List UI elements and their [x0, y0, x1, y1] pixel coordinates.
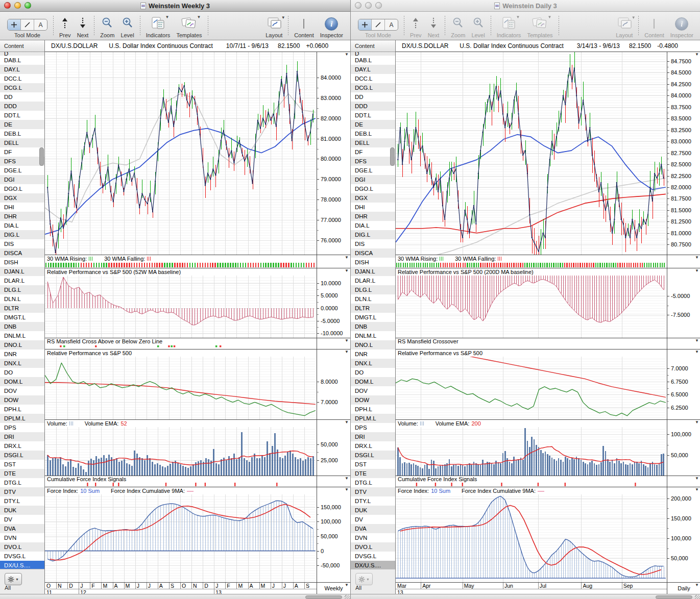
- sidebar-ticker-row[interactable]: DNB: [351, 322, 395, 331]
- sidebar-ticker-row[interactable]: DGE.L: [351, 166, 395, 175]
- sidebar-ticker-row[interactable]: DGI: [351, 175, 395, 184]
- sidebar-ticker-row[interactable]: DX/U.S....: [351, 561, 395, 569]
- sidebar-ticker-row[interactable]: DJAN.L: [351, 267, 395, 276]
- sidebar-ticker-row[interactable]: DST: [351, 460, 395, 469]
- sidebar-ticker-row[interactable]: DE: [0, 120, 44, 129]
- tool-line-button[interactable]: [371, 19, 384, 30]
- sidebar-ticker-row[interactable]: DOV: [0, 386, 44, 395]
- prev-button[interactable]: Prev: [407, 12, 425, 40]
- sidebar-ticker-row[interactable]: DGI: [0, 175, 44, 184]
- horizontal-scrollbar-thumb[interactable]: [656, 595, 692, 599]
- sidebar-ticker-row[interactable]: DRX.L: [351, 441, 395, 451]
- sidebar-ticker-row[interactable]: DFS: [0, 157, 44, 166]
- sidebar-ticker-row[interactable]: DPLM.L: [0, 414, 44, 423]
- sidebar-ticker-row[interactable]: DE: [351, 120, 395, 129]
- sidebar-ticker-row[interactable]: DIG.L: [351, 230, 395, 239]
- sidebar-ticker-row[interactable]: DNR: [351, 350, 395, 359]
- sidebar-ticker-row[interactable]: DNO.L: [0, 340, 44, 350]
- zoom-level-button[interactable]: Level: [117, 12, 137, 40]
- sidebar-ticker-row[interactable]: DNR: [0, 350, 44, 359]
- indicators-button[interactable]: ▼Indicators: [494, 12, 524, 40]
- panel-menu-arrow-icon[interactable]: ▼: [695, 487, 699, 492]
- title-bar[interactable]: Weinstein Daily 3: [351, 0, 700, 12]
- templates-button[interactable]: ▼Templates: [524, 12, 556, 40]
- minimize-button[interactable]: [365, 2, 372, 9]
- sidebar-ticker-row[interactable]: DPLM.L: [351, 414, 395, 423]
- sidebar-ticker-row[interactable]: DIS: [351, 239, 395, 248]
- horizontal-scrollbar-thumb[interactable]: [305, 595, 342, 599]
- tool-pointer-button[interactable]: [8, 19, 20, 30]
- ticker-list[interactable]: DDAB.LDAY.LDCC.LDCG.LDDDDDDDT.LDEDEB.LDE…: [351, 52, 395, 569]
- sidebar-ticker-row[interactable]: DDT.L: [0, 111, 44, 120]
- action-gear-button[interactable]: ▼: [355, 573, 373, 585]
- panel-menu-arrow-icon[interactable]: ▼: [695, 338, 699, 343]
- sidebar-ticker-row[interactable]: DLTR: [351, 304, 395, 313]
- sidebar-ticker-row[interactable]: DNX.L: [351, 359, 395, 368]
- sidebar-ticker-row[interactable]: DPH.L: [0, 405, 44, 414]
- sidebar-scrollbar-thumb[interactable]: [39, 147, 44, 166]
- sidebar-ticker-row[interactable]: DVSG.L: [351, 552, 395, 561]
- action-gear-button[interactable]: ▼: [5, 573, 22, 585]
- sidebar-ticker-row[interactable]: DGX: [0, 193, 44, 203]
- sidebar-ticker-row[interactable]: DCC.L: [0, 74, 44, 83]
- zoom-out-button[interactable]: Zoom: [448, 12, 468, 40]
- sidebar-ticker-row[interactable]: DOW: [0, 395, 44, 405]
- sidebar-ticker-row[interactable]: DAY.L: [351, 65, 395, 74]
- sidebar-ticker-row[interactable]: DFS: [351, 157, 395, 166]
- zoom-level-button[interactable]: Level: [468, 12, 488, 40]
- sidebar-ticker-row[interactable]: DPS: [0, 423, 44, 432]
- sidebar-ticker-row[interactable]: DCG.L: [0, 83, 44, 92]
- sidebar-ticker-row[interactable]: DTE: [351, 469, 395, 478]
- sidebar-ticker-row[interactable]: DTE: [0, 469, 44, 478]
- resize-grip[interactable]: [345, 595, 350, 599]
- sidebar-ticker-row[interactable]: DV: [0, 515, 44, 524]
- tool-text-button[interactable]: A: [384, 19, 398, 30]
- sidebar-ticker-row[interactable]: DISH: [0, 258, 44, 267]
- sidebar-ticker-row[interactable]: DOM.L: [0, 377, 44, 386]
- sidebar-ticker-row[interactable]: D: [351, 52, 395, 56]
- sidebar-ticker-row[interactable]: DLTR: [0, 304, 44, 313]
- sidebar-ticker-row[interactable]: DEB.L: [351, 129, 395, 138]
- sidebar-ticker-row[interactable]: DGO.L: [351, 184, 395, 193]
- sidebar-ticker-row[interactable]: DAY.L: [0, 65, 44, 74]
- sidebar-ticker-row[interactable]: DLG.L: [0, 285, 44, 294]
- sidebar-ticker-row[interactable]: DUK: [351, 506, 395, 515]
- sidebar-ticker-row[interactable]: DIA.L: [351, 221, 395, 230]
- sidebar-ticker-row[interactable]: DF: [0, 147, 44, 157]
- sidebar-ticker-row[interactable]: DOM.L: [351, 377, 395, 386]
- panel-menu-arrow-icon[interactable]: ▼: [695, 52, 699, 57]
- next-button[interactable]: Next: [425, 12, 443, 40]
- close-button[interactable]: [4, 2, 11, 9]
- tool-line-button[interactable]: [20, 19, 34, 30]
- sidebar-ticker-row[interactable]: DVN: [0, 533, 44, 542]
- panel-menu-arrow-icon[interactable]: ▼: [345, 350, 349, 354]
- sidebar-ticker-row[interactable]: DTY.L: [351, 496, 395, 506]
- ticker-list[interactable]: DDAB.LDAY.LDCC.LDCG.LDDDDDDDT.LDEDEB.LDE…: [0, 52, 44, 569]
- panel-menu-arrow-icon[interactable]: ▼: [345, 268, 349, 273]
- sidebar-ticker-row[interactable]: DD: [0, 92, 44, 102]
- sidebar-ticker-row[interactable]: DTV: [351, 487, 395, 496]
- sidebar-ticker-row[interactable]: DDD: [351, 102, 395, 111]
- prev-button[interactable]: Prev: [56, 12, 74, 40]
- sidebar-ticker-row[interactable]: DTG.L: [351, 478, 395, 487]
- sidebar-ticker-row[interactable]: DRX.L: [0, 441, 44, 451]
- sidebar-ticker-row[interactable]: DUK: [0, 506, 44, 515]
- panel-menu-arrow-icon[interactable]: ▼: [345, 476, 349, 481]
- sidebar-ticker-row[interactable]: DLAR.L: [0, 276, 44, 285]
- sidebar-ticker-row[interactable]: DEB.L: [0, 129, 44, 138]
- inspector-button[interactable]: iInspector: [317, 12, 346, 40]
- title-bar[interactable]: Weinstein Weekly 3: [0, 0, 350, 12]
- close-button[interactable]: [355, 2, 361, 9]
- price-chart[interactable]: [45, 52, 317, 255]
- sidebar-ticker-row[interactable]: DDT.L: [351, 111, 395, 120]
- sidebar-ticker-row[interactable]: DLG.L: [351, 285, 395, 294]
- sidebar-ticker-row[interactable]: DD: [351, 92, 395, 102]
- sidebar-ticker-row[interactable]: DOV: [351, 386, 395, 395]
- sidebar-ticker-row[interactable]: DX/U.S....: [0, 561, 44, 569]
- sidebar-ticker-row[interactable]: DIA.L: [0, 221, 44, 230]
- sidebar-ticker-row[interactable]: DGE.L: [0, 166, 44, 175]
- sidebar-ticker-row[interactable]: DLAR.L: [351, 276, 395, 285]
- sidebar-ticker-row[interactable]: DO: [351, 368, 395, 377]
- sidebar-ticker-row[interactable]: DST: [0, 460, 44, 469]
- sidebar-ticker-row[interactable]: DTY.L: [0, 496, 44, 506]
